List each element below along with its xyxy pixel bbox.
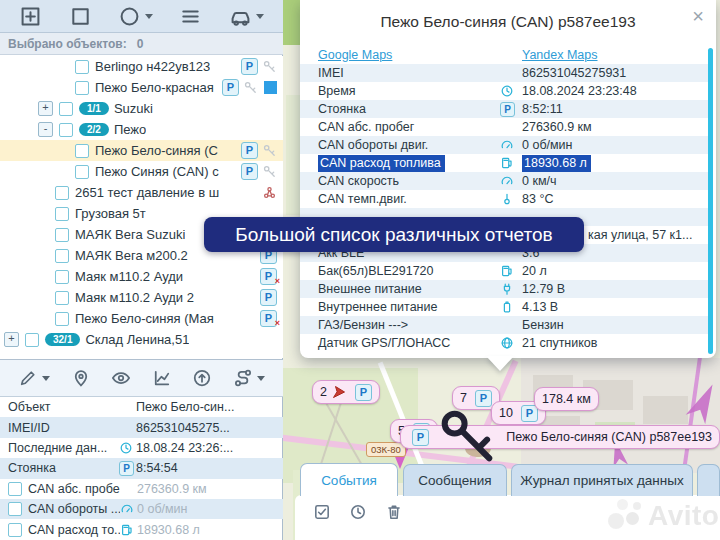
tree-item[interactable]: Berlingo н422ув123P	[0, 56, 283, 77]
history-button[interactable]	[349, 503, 367, 521]
param-value: 21 спутников	[522, 336, 702, 350]
checkbox[interactable]	[55, 186, 69, 200]
checkbox[interactable]	[55, 291, 69, 305]
eye-button[interactable]	[111, 368, 131, 388]
checkbox[interactable]	[8, 523, 22, 537]
app-window: 2P7P10P178.4 км5PPПежо Бело-синяя (CAN) …	[0, 0, 720, 540]
info-label: CAN обороты ...	[28, 502, 120, 516]
collapse-icon[interactable]: -	[38, 122, 53, 137]
send-button[interactable]	[192, 368, 212, 388]
location-pin-button[interactable]	[71, 368, 91, 388]
info-row: IMEI/ID862531045275...	[0, 417, 283, 437]
map-area	[283, 0, 300, 45]
checkbox[interactable]	[25, 333, 39, 347]
param-label: IMEI	[318, 66, 500, 80]
tree-item[interactable]: Пежо Синяя (CAN) сP	[0, 161, 283, 182]
promo-banner-text: Большой список различных отчетов	[235, 224, 552, 246]
tab-label: Сообщения	[418, 473, 491, 488]
trash-icon	[385, 503, 403, 521]
selected-objects-header: Выбрано объектов: 0	[0, 33, 283, 55]
geofence-rect-icon	[69, 5, 92, 28]
add-object-button[interactable]	[19, 5, 42, 28]
info-label: Стоянка	[8, 461, 119, 475]
info-row: CAN абс. пробег276360.9 км	[0, 479, 283, 499]
checkbox[interactable]	[75, 165, 89, 179]
select-all-button[interactable]	[313, 503, 331, 521]
list-button[interactable]	[179, 5, 202, 28]
close-icon[interactable]: ×	[692, 6, 704, 26]
popup-tail	[486, 356, 514, 371]
key-icon	[243, 80, 258, 95]
checkbox[interactable]	[55, 207, 69, 221]
param-label: Внутреннее питание	[318, 300, 500, 314]
param-label: CAN абс. пробег	[318, 120, 500, 134]
key-icon	[262, 59, 277, 74]
expand-icon[interactable]: +	[38, 101, 53, 116]
popup-scrollbar[interactable]	[708, 48, 713, 354]
checkbox[interactable]	[55, 228, 69, 242]
info-row: ОбъектПежо Бело-син...	[0, 397, 283, 417]
checkbox[interactable]	[8, 502, 22, 516]
google-maps-link[interactable]: Google Maps	[318, 48, 392, 62]
tree-item[interactable]: Пежо Бело-краснаяP	[0, 77, 283, 98]
param-row: CAN обороты двиг.0 об/мин	[300, 136, 712, 154]
tab-События[interactable]: События	[300, 463, 398, 496]
checkbox[interactable]	[75, 60, 89, 74]
tree-item[interactable]: Маяк м110.2 Ауди 2P	[0, 287, 283, 308]
param-row: CAN абс. пробег276360.9 км	[300, 118, 712, 136]
param-label: CAN темп.двиг.	[318, 192, 500, 206]
tree-item[interactable]: -2/2Пежо	[0, 119, 283, 140]
object-info-table: ОбъектПежо Бело-син...IMEI/ID86253104527…	[0, 397, 283, 540]
tree-item[interactable]: 2651 тест давление в ш	[0, 182, 283, 203]
tree-item[interactable]: Маяк м110.2 АудиP×	[0, 266, 283, 287]
info-row: CAN расход то...18930.68 л	[0, 519, 283, 539]
param-value: 12.79 В	[522, 282, 702, 296]
row-icons: P	[237, 163, 283, 180]
param-value: 20 л	[522, 264, 702, 278]
tab-stub[interactable]	[697, 464, 720, 496]
map-unit-label[interactable]: 178.4 км	[534, 387, 599, 411]
checkbox[interactable]	[55, 312, 69, 326]
param-label: CAN обороты двиг.	[318, 138, 500, 152]
map-unit-label[interactable]: PПежо Бело-синяя (CAN) p587ee193	[400, 425, 720, 449]
param-row: CAN темп.двиг.83 °C	[300, 190, 712, 208]
tree-item[interactable]: Пежо Бело-синяя (СP	[0, 140, 283, 161]
gauge-icon	[120, 502, 134, 516]
checkbox[interactable]	[59, 123, 73, 137]
chart-button[interactable]	[152, 368, 172, 388]
checkbox[interactable]	[55, 249, 69, 263]
route-button[interactable]	[233, 368, 265, 388]
trash-button[interactable]	[385, 503, 403, 521]
checkbox[interactable]	[55, 270, 69, 284]
info-label: CAN абс. пробег	[28, 482, 120, 496]
checkbox[interactable]	[75, 81, 89, 95]
param-label: Время	[318, 84, 500, 98]
tree-item[interactable]: +32/1Склад Ленина,51	[0, 329, 283, 350]
param-row: Датчик GPS/ГЛОНАСС21 спутников	[300, 334, 712, 352]
geofence-circle-button[interactable]	[118, 5, 153, 28]
vehicle-button[interactable]	[229, 5, 264, 28]
param-row: ГАЗ/Бензин --->Бензин	[300, 316, 712, 334]
checkbox[interactable]	[59, 102, 73, 116]
unit-label: Berlingo н422ув123	[95, 59, 210, 74]
tree-item[interactable]: +1/1Suzuki	[0, 98, 283, 119]
map-label-text: Пежо Бело-синяя (CAN) p587ee193	[506, 430, 712, 444]
expand-icon[interactable]: +	[4, 332, 19, 347]
caret-down-icon	[256, 14, 264, 19]
tab-Журнал принятых данных[interactable]: Журнал принятых данных	[511, 464, 693, 496]
info-row: Последние дан...18.08.24 23:26:...	[0, 438, 283, 458]
count-badge: 2/2	[79, 123, 109, 136]
geofence-rect-button[interactable]	[69, 5, 92, 28]
edit-button[interactable]	[18, 368, 50, 388]
yandex-maps-link[interactable]: Yandex Maps	[522, 48, 598, 62]
unit-label: Пежо Бело-синяя (С	[95, 143, 218, 158]
tree-item[interactable]: Пежо Бело-синяя (МаяP×	[0, 308, 283, 329]
nav-arrow-icon	[331, 384, 347, 400]
checkbox[interactable]	[75, 144, 89, 158]
selected-objects-label: Выбрано объектов:	[8, 37, 127, 51]
satellite-icon	[500, 336, 514, 350]
map-unit-label[interactable]: 2P	[312, 380, 380, 404]
parking-icon: P	[222, 79, 239, 96]
tab-Сообщения[interactable]: Сообщения	[403, 464, 507, 496]
checkbox[interactable]	[8, 482, 22, 496]
